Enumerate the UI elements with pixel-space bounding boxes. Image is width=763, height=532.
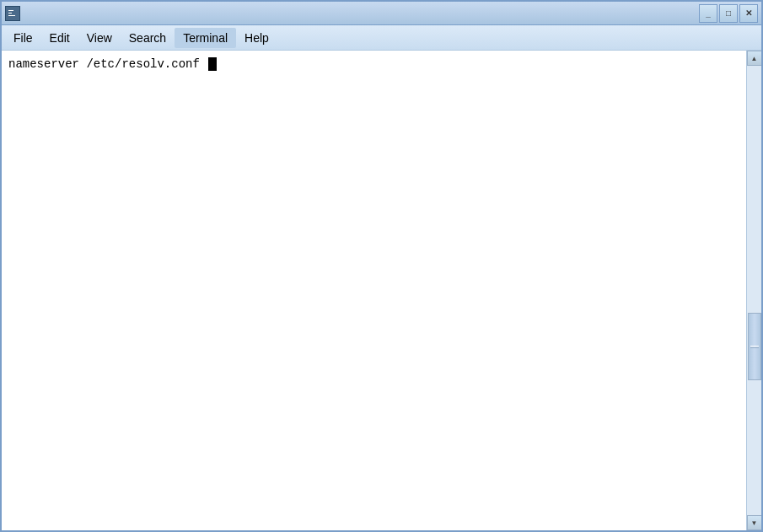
scrollbar-up-arrow[interactable]: ▲ — [747, 51, 762, 66]
menu-label-terminal: Terminal — [183, 31, 228, 45]
svg-rect-2 — [8, 13, 12, 13]
menu-label-help: Help — [244, 31, 269, 45]
maximize-button[interactable]: □ — [719, 4, 738, 23]
menu-item-edit[interactable]: Edit — [41, 28, 78, 48]
terminal-line-1: nameserver /etc/resolv.conf — [8, 57, 739, 71]
menu-item-search[interactable]: Search — [121, 28, 175, 48]
menu-item-file[interactable]: File — [5, 28, 41, 48]
menu-item-view[interactable]: View — [78, 28, 121, 48]
svg-rect-1 — [8, 10, 13, 11]
scrollbar-down-arrow[interactable]: ▼ — [747, 515, 762, 530]
title-bar: _ □ ✕ — [2, 2, 761, 25]
minimize-button[interactable]: _ — [699, 4, 717, 23]
terminal-cursor — [208, 57, 217, 71]
scrollbar-track[interactable] — [747, 66, 762, 515]
menu-label-edit: Edit — [50, 31, 70, 45]
content-area: nameserver /etc/resolv.conf ▲ ▼ — [2, 51, 761, 530]
menu-item-terminal[interactable]: Terminal — [175, 28, 236, 48]
close-button[interactable]: ✕ — [739, 4, 758, 23]
menu-item-help[interactable]: Help — [236, 28, 277, 48]
menu-label-file: File — [13, 31, 33, 45]
menu-label-search: Search — [129, 31, 166, 45]
terminal-window: _ □ ✕ File Edit View Search Terminal Hel… — [0, 0, 763, 532]
menu-bar: File Edit View Search Terminal Help — [2, 25, 761, 51]
title-bar-left — [5, 6, 20, 21]
menu-label-view: View — [87, 31, 112, 45]
terminal-icon — [5, 6, 20, 21]
terminal-content[interactable]: nameserver /etc/resolv.conf — [2, 51, 746, 530]
scrollbar-thumb[interactable] — [748, 313, 761, 380]
scrollbar-grip — [750, 346, 759, 348]
title-bar-buttons: _ □ ✕ — [699, 4, 758, 23]
scrollbar: ▲ ▼ — [746, 51, 761, 530]
terminal-text: nameserver /etc/resolv.conf — [8, 57, 207, 71]
svg-rect-3 — [8, 15, 15, 16]
